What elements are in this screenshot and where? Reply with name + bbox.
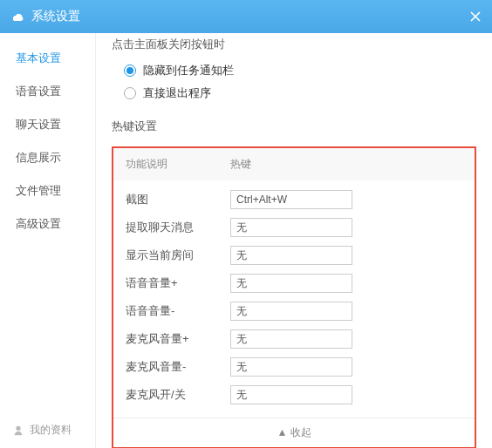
col-desc: 功能说明	[126, 157, 230, 172]
close-behavior-title: 点击主面板关闭按钮时	[112, 33, 476, 59]
close-button[interactable]	[466, 7, 485, 26]
person-icon	[12, 424, 24, 437]
hotkey-table-header: 功能说明 热键	[113, 148, 475, 180]
hotkey-input[interactable]: 无	[230, 302, 352, 321]
sidebar-item-4[interactable]: 文件管理	[0, 174, 95, 207]
sidebar-item-2[interactable]: 聊天设置	[0, 108, 95, 141]
content-area: 点击主面板关闭按钮时 隐藏到任务通知栏 直接退出程序 热键设置 功能说明 热键 …	[96, 33, 492, 448]
radio-icon	[124, 87, 136, 99]
chevron-up-icon: ▲	[277, 426, 290, 438]
settings-window: 系统设置 基本设置语音设置聊天设置信息展示文件管理高级设置 我的资料 点击主面板…	[0, 0, 492, 448]
app-logo-icon	[9, 9, 24, 24]
collapse-button[interactable]: ▲ 收起	[113, 417, 475, 447]
sidebar: 基本设置语音设置聊天设置信息展示文件管理高级设置 我的资料	[0, 33, 96, 448]
hotkey-row: 麦克风开/关无	[126, 381, 462, 409]
radio-hide-tray[interactable]: 隐藏到任务通知栏	[112, 59, 476, 82]
sidebar-item-3[interactable]: 信息展示	[0, 141, 95, 174]
hotkey-input[interactable]: 无	[230, 329, 352, 349]
hotkey-name: 截图	[126, 192, 230, 207]
window-title: 系统设置	[31, 9, 80, 24]
hotkey-input[interactable]: 无	[230, 357, 352, 377]
hotkey-name: 麦克风开/关	[126, 387, 230, 403]
hotkey-input[interactable]: Ctrl+Alt+W	[230, 190, 352, 209]
hotkey-input[interactable]: 无	[230, 385, 352, 404]
radio-exit[interactable]: 直接退出程序	[112, 82, 476, 105]
hotkey-input[interactable]: 无	[230, 218, 352, 237]
hotkey-section-title: 热键设置	[112, 105, 476, 141]
hotkey-name: 显示当前房间	[126, 248, 230, 263]
hotkey-row: 麦克风音量+无	[126, 325, 462, 353]
hotkey-row: 语音音量+无	[126, 269, 462, 297]
sidebar-item-5[interactable]: 高级设置	[0, 207, 95, 241]
radio-label: 隐藏到任务通知栏	[143, 63, 234, 78]
titlebar: 系统设置	[0, 0, 492, 33]
hotkey-row: 麦克风音量-无	[126, 353, 462, 381]
hotkey-row: 显示当前房间无	[126, 241, 462, 269]
hotkey-name: 语音音量+	[126, 275, 230, 291]
hotkey-name: 麦克风音量-	[126, 359, 230, 375]
hotkey-table: 功能说明 热键 截图Ctrl+Alt+W提取聊天消息无显示当前房间无语音音量+无…	[112, 146, 476, 448]
hotkey-name: 提取聊天消息	[126, 220, 230, 235]
col-key: 热键	[230, 157, 251, 172]
sidebar-item-0[interactable]: 基本设置	[0, 42, 95, 75]
hotkey-row: 截图Ctrl+Alt+W	[126, 186, 462, 214]
sidebar-item-1[interactable]: 语音设置	[0, 75, 95, 108]
radio-label: 直接退出程序	[143, 85, 211, 101]
hotkey-row: 语音音量-无	[126, 297, 462, 325]
my-profile-link[interactable]: 我的资料	[0, 412, 95, 448]
hotkey-name: 麦克风音量+	[126, 331, 230, 347]
hotkey-input[interactable]: 无	[230, 246, 352, 265]
hotkey-name: 语音音量-	[126, 303, 230, 319]
window-body: 基本设置语音设置聊天设置信息展示文件管理高级设置 我的资料 点击主面板关闭按钮时…	[0, 33, 492, 448]
hotkey-input[interactable]: 无	[230, 274, 352, 293]
hotkey-row: 提取聊天消息无	[126, 214, 462, 241]
my-profile-label: 我的资料	[30, 423, 72, 438]
radio-icon	[124, 64, 136, 77]
